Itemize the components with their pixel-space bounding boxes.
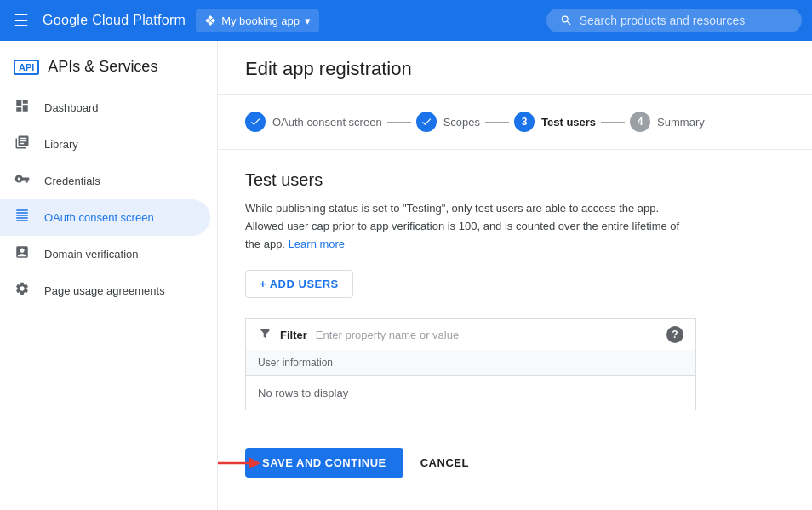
step-oauth: OAuth consent screen: [245, 112, 382, 132]
step-3-circle: 3: [514, 112, 535, 132]
add-users-button[interactable]: + ADD USERS: [245, 270, 353, 298]
api-badge: API: [14, 60, 39, 75]
page-usage-icon: [14, 281, 31, 301]
filter-icon: [258, 326, 272, 343]
sidebar-item-library[interactable]: Library: [0, 126, 210, 163]
step-summary: 4 Summary: [630, 112, 705, 132]
main-layout: API APIs & Services Dashboard Library Cr…: [0, 41, 812, 510]
step-1-label: OAuth consent screen: [272, 116, 382, 129]
step-1-circle: [245, 112, 266, 132]
sidebar-item-label: Domain verification: [44, 248, 139, 261]
sidebar-item-label: Page usage agreements: [44, 284, 165, 297]
step-2-circle: [416, 112, 437, 132]
filter-bar: Filter Enter property name or value ?: [245, 318, 696, 350]
filter-label: Filter: [280, 329, 307, 341]
search-input[interactable]: [580, 14, 788, 27]
menu-icon[interactable]: ☰: [10, 7, 32, 34]
bottom-actions: SAVE AND CONTINUE CANCEL: [218, 431, 812, 495]
step-separator-2: [485, 122, 509, 123]
sidebar-item-oauth-consent[interactable]: OAuth consent screen: [0, 199, 210, 236]
step-scopes: Scopes: [416, 112, 480, 132]
step-4-label: Summary: [657, 116, 705, 129]
test-users-description: While publishing status is set to "Testi…: [245, 200, 688, 253]
library-icon: [14, 135, 31, 154]
add-users-label: + ADD USERS: [260, 278, 339, 290]
sidebar-item-page-usage[interactable]: Page usage agreements: [0, 272, 210, 309]
chevron-down-icon: ▾: [305, 14, 311, 27]
step-3-label: Test users: [541, 116, 596, 129]
sidebar-item-credentials[interactable]: Credentials: [0, 163, 210, 199]
app-selector-label: My booking app: [221, 14, 300, 27]
users-table: User information No rows to display: [245, 350, 696, 410]
steps-bar: OAuth consent screen Scopes 3 Test users…: [218, 95, 812, 150]
sidebar-item-dashboard[interactable]: Dashboard: [0, 89, 210, 126]
search-bar[interactable]: [546, 9, 802, 32]
cancel-button[interactable]: CANCEL: [417, 448, 472, 478]
sidebar: API APIs & Services Dashboard Library Cr…: [0, 41, 218, 510]
topbar: ☰ Google Cloud Platform ❖ My booking app…: [0, 0, 812, 41]
credentials-icon: [14, 171, 31, 191]
step-separator-1: [387, 122, 411, 123]
step-test-users: 3 Test users: [514, 112, 596, 132]
sidebar-item-label: Dashboard: [44, 101, 99, 114]
sidebar-title: APIs & Services: [48, 58, 157, 76]
table-column-header: User information: [246, 350, 695, 376]
topbar-logo: Google Cloud Platform: [43, 13, 186, 28]
filter-placeholder[interactable]: Enter property name or value: [316, 329, 658, 341]
search-icon: [560, 14, 573, 27]
step-2-label: Scopes: [443, 116, 480, 129]
content-area: Edit app registration OAuth consent scre…: [218, 41, 812, 510]
svg-marker-1: [249, 457, 260, 469]
oauth-icon: [14, 208, 31, 227]
app-dots-icon: ❖: [204, 13, 216, 29]
save-and-continue-button[interactable]: SAVE AND CONTINUE: [245, 448, 403, 478]
step-4-circle: 4: [630, 112, 650, 132]
sidebar-item-label: Library: [44, 138, 78, 151]
help-circle: ?: [666, 326, 683, 343]
table-empty-message: No rows to display: [246, 376, 695, 410]
page-title: Edit app registration: [218, 41, 812, 95]
sidebar-header: API APIs & Services: [0, 48, 217, 89]
step-separator-3: [601, 122, 625, 123]
app-selector[interactable]: ❖ My booking app ▾: [196, 9, 319, 32]
test-users-section: Test users While publishing status is se…: [218, 150, 812, 431]
help-icon[interactable]: ?: [666, 326, 683, 343]
sidebar-item-label: OAuth consent screen: [44, 211, 154, 224]
dashboard-icon: [14, 98, 31, 117]
domain-icon: [14, 244, 31, 264]
test-users-title: Test users: [245, 170, 785, 190]
sidebar-item-label: Credentials: [44, 175, 100, 187]
red-arrow-indicator: [218, 450, 260, 476]
learn-more-link[interactable]: Learn more: [289, 238, 345, 250]
sidebar-item-domain-verification[interactable]: Domain verification: [0, 236, 210, 272]
